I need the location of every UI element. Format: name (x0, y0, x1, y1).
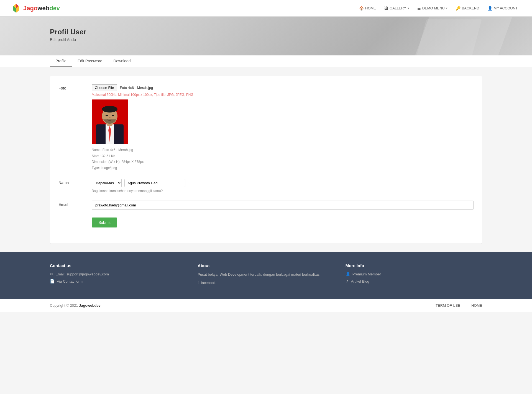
artikel-blog-link[interactable]: Artikel Blog (351, 279, 369, 283)
nav-link-gallery[interactable]: 🖼 GALLERY ▾ (381, 4, 412, 13)
term-of-use-link[interactable]: TERM OF USE (436, 303, 460, 308)
svg-point-12 (112, 115, 114, 116)
foto-row: Foto Choose File Foto 4x6 - Merah.jpg Ma… (58, 84, 474, 171)
nama-row: Nama Bapak/Mas Bagaimana kami seharusnya… (58, 179, 474, 193)
nav-label-my-account: MY ACCOUNT (494, 6, 518, 10)
submit-field: Submit (92, 218, 474, 227)
nav-link-my-account[interactable]: 👤 MY ACCOUNT (484, 4, 521, 13)
file-input-row: Choose File Foto 4x6 - Merah.jpg (92, 84, 474, 91)
nama-hint: Bagaimana kami seharusnya memanggil kamu… (92, 189, 474, 193)
footer-contact-title: Contact us (50, 263, 186, 268)
footer-more-title: More Info (346, 263, 482, 268)
tabs-container: Profile Edit Password Download (0, 55, 532, 67)
submit-row: Submit (58, 218, 474, 227)
brand-name: Jagowebdev (23, 5, 60, 12)
nav-link-demo-menu[interactable]: ☰ DEMO MENU ▾ (414, 4, 451, 13)
external-link-icon: ↗ (346, 279, 349, 283)
nav-link-backend[interactable]: 🔑 BACKEND (452, 4, 483, 13)
footer-contact-form: 📄 Via Contac form (50, 279, 186, 283)
full-name-input[interactable] (124, 179, 185, 187)
email-label: Email (58, 201, 81, 207)
nav-label-gallery: GALLERY (390, 6, 406, 10)
nav-links: 🏠 HOME 🖼 GALLERY ▾ ☰ DEMO MENU ▾ 🔑 BACKE… (356, 4, 521, 13)
footer-contact-email: ✉ Email: support@jagowebdev.com (50, 272, 186, 276)
brand-logo-link[interactable]: Jagowebdev (11, 3, 60, 13)
nama-input-row: Bapak/Mas (92, 179, 474, 187)
demo-menu-caret-icon: ▾ (446, 7, 447, 10)
nav-item-my-account[interactable]: 👤 MY ACCOUNT (484, 4, 521, 13)
nav-link-home[interactable]: 🏠 HOME (356, 4, 379, 13)
file-info-size: Size: 132.51 Kb (92, 153, 474, 159)
premium-icon: 👤 (346, 272, 350, 276)
choose-file-button[interactable]: Choose File (92, 84, 117, 91)
salutation-select[interactable]: Bapak/Mas (92, 179, 122, 187)
form-card: Foto Choose File Foto 4x6 - Merah.jpg Ma… (50, 76, 482, 244)
footer-about: About Pusat belajar Web Development terb… (198, 263, 334, 288)
nama-label: Nama (58, 179, 81, 185)
page-title: Profil User (50, 28, 482, 36)
email-input[interactable] (92, 201, 474, 210)
svg-point-13 (109, 117, 111, 118)
file-hint: Maksimal 300Kb, Minimal 100px x 100px, T… (92, 93, 474, 97)
footer-more: More Info 👤 Premium Member ↗ Artikel Blo… (346, 263, 482, 288)
foto-label: Foto (58, 84, 81, 90)
footer-bottom-links: TERM OF USE HOME (430, 303, 482, 308)
footer-premium-member: 👤 Premium Member (346, 272, 482, 276)
footer-facebook: f facebook (198, 280, 334, 285)
hero-subtitle: Edit profil Anda (50, 37, 482, 42)
svg-point-10 (102, 106, 117, 112)
footer-bottom: Copyright © 2021 Jagowebdev TERM OF USE … (0, 299, 532, 312)
facebook-icon: f (198, 280, 199, 285)
file-info-name: Name: Foto 4x6 - Merah.jpg (92, 147, 474, 153)
footer-artikel-blog: ↗ Artikel Blog (346, 279, 482, 283)
file-info-type: Type: image/jpeg (92, 165, 474, 171)
home-bottom-link[interactable]: HOME (471, 303, 482, 308)
nav-item-gallery[interactable]: 🖼 GALLERY ▾ (381, 4, 412, 13)
footer-copyright: Copyright © 2021 Jagowebdev (50, 303, 101, 308)
email-field-container (92, 201, 474, 210)
my-account-icon: 👤 (488, 6, 492, 11)
svg-point-11 (106, 115, 108, 116)
footer-about-title: About (198, 263, 334, 268)
footer-main: Contact us ✉ Email: support@jagowebdev.c… (0, 252, 532, 299)
premium-member-link[interactable]: Premium Member (352, 272, 381, 276)
backend-icon: 🔑 (456, 6, 461, 11)
nama-field: Bapak/Mas Bagaimana kami seharusnya mema… (92, 179, 474, 193)
nav-item-demo-menu[interactable]: ☰ DEMO MENU ▾ (414, 4, 451, 13)
navbar: Jagowebdev 🏠 HOME 🖼 GALLERY ▾ ☰ DEMO MEN… (0, 0, 532, 17)
home-icon: 🏠 (359, 6, 364, 11)
photo-preview (92, 99, 128, 144)
file-name-text: Foto 4x6 - Merah.jpg (120, 86, 153, 90)
tab-profile[interactable]: Profile (50, 55, 72, 67)
facebook-link[interactable]: facebook (201, 281, 216, 285)
file-info-dimension: Dimension (W x H): 284px X 378px (92, 159, 474, 165)
tab-download[interactable]: Download (108, 55, 136, 67)
contact-form-link[interactable]: Via Contac form (57, 279, 83, 283)
file-info: Name: Foto 4x6 - Merah.jpg Size: 132.51 … (92, 147, 474, 171)
nav-item-backend[interactable]: 🔑 BACKEND (452, 4, 483, 13)
email-row: Email (58, 201, 474, 210)
main-content: Foto Choose File Foto 4x6 - Merah.jpg Ma… (0, 67, 532, 252)
hero-banner: Profil User Edit profil Anda (0, 17, 532, 55)
foto-field: Choose File Foto 4x6 - Merah.jpg Maksima… (92, 84, 474, 171)
footer-about-text: Pusat belajar Web Development terbaik, d… (198, 272, 334, 278)
nav-label-backend: BACKEND (462, 6, 479, 10)
gallery-caret-icon: ▾ (408, 7, 409, 10)
email-icon: ✉ (50, 272, 53, 276)
submit-button[interactable]: Submit (92, 218, 117, 227)
tab-edit-password[interactable]: Edit Password (72, 55, 108, 67)
photo-svg (92, 99, 128, 144)
demo-menu-icon: ☰ (417, 6, 421, 11)
brand-logo-icon (11, 3, 21, 13)
footer-contact: Contact us ✉ Email: support@jagowebdev.c… (50, 263, 186, 288)
nav-label-home: HOME (365, 6, 376, 10)
gallery-icon: 🖼 (384, 6, 388, 11)
form-icon: 📄 (50, 279, 55, 283)
nav-item-home[interactable]: 🏠 HOME (356, 4, 379, 13)
nav-label-demo-menu: DEMO MENU (422, 6, 445, 10)
